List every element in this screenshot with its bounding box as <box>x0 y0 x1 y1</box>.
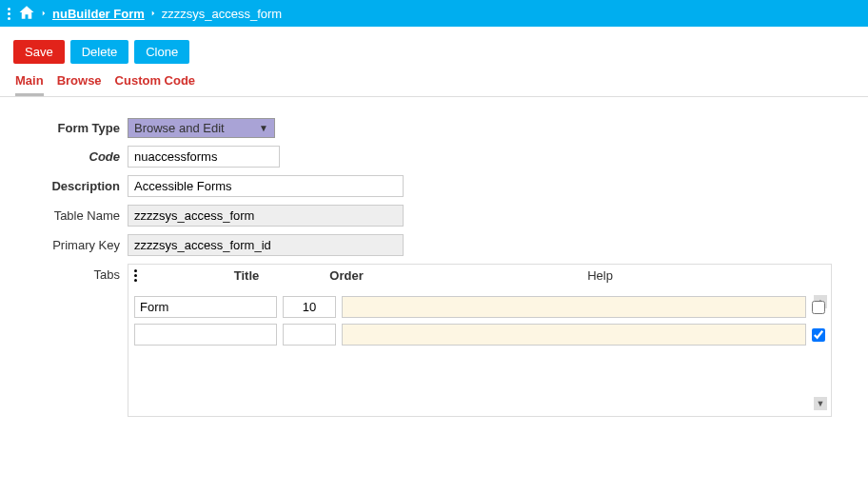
grid-order-input[interactable] <box>283 324 336 346</box>
col-header-order: Order <box>318 268 375 283</box>
tab-custom-code[interactable]: Custom Code <box>115 73 196 96</box>
tab-main[interactable]: Main <box>15 73 44 96</box>
grid-help-input[interactable] <box>342 296 806 318</box>
topbar: nuBuilder Form zzzzsys_access_form <box>0 0 868 27</box>
col-header-help: Help <box>375 268 825 283</box>
label-tabs: Tabs <box>15 264 128 282</box>
toolbar: Save Delete Clone <box>0 27 868 73</box>
grid-title-input[interactable] <box>134 324 277 346</box>
row-description: Description <box>15 175 853 197</box>
tabs-nav: Main Browse Custom Code <box>0 73 868 97</box>
row-code: Code <box>15 146 853 168</box>
form-type-select[interactable]: Browse and Edit ▼ <box>128 118 275 138</box>
tabs-grid-row <box>134 296 825 318</box>
home-icon[interactable] <box>18 4 35 24</box>
label-table-name: Table Name <box>15 208 128 223</box>
breadcrumb-current: zzzzsys_access_form <box>162 7 282 21</box>
form-type-value: Browse and Edit <box>134 121 225 135</box>
caret-down-icon: ▼ <box>259 123 268 133</box>
tabs-grid-panel: Title Order Help ▲ ▼ <box>128 264 832 417</box>
form-area: Form Type Browse and Edit ▼ Code Descrip… <box>0 118 868 417</box>
grid-help-input[interactable] <box>342 324 806 346</box>
clone-button[interactable]: Clone <box>134 40 189 64</box>
primary-key-input[interactable] <box>128 234 404 256</box>
grid-menu-icon[interactable] <box>134 269 137 282</box>
grid-title-input[interactable] <box>134 296 277 318</box>
save-button[interactable]: Save <box>13 40 65 64</box>
tabs-grid-body <box>128 292 831 416</box>
scroll-down-icon[interactable]: ▼ <box>814 397 827 410</box>
code-input[interactable] <box>128 146 280 168</box>
label-primary-key: Primary Key <box>15 238 128 252</box>
tabs-grid-row <box>134 324 825 346</box>
label-code: Code <box>15 149 128 164</box>
row-tabs: Tabs Title Order Help ▲ <box>15 264 853 417</box>
grid-row-checkbox[interactable] <box>812 301 825 314</box>
delete-button[interactable]: Delete <box>70 40 129 64</box>
label-form-type: Form Type <box>15 121 128 135</box>
menu-dots-icon[interactable] <box>8 8 10 20</box>
grid-order-input[interactable] <box>283 296 336 318</box>
col-header-title: Title <box>175 268 318 283</box>
label-description: Description <box>15 179 128 193</box>
description-input[interactable] <box>128 175 404 197</box>
row-form-type: Form Type Browse and Edit ▼ <box>15 118 853 138</box>
chevron-right-icon <box>148 6 158 21</box>
chevron-right-icon <box>39 6 49 21</box>
row-table-name: Table Name <box>15 205 853 227</box>
breadcrumb-link[interactable]: nuBuilder Form <box>52 7 145 21</box>
row-primary-key: Primary Key <box>15 234 853 256</box>
grid-row-checkbox[interactable] <box>812 328 825 342</box>
tabs-grid-header: Title Order Help <box>128 265 831 292</box>
tab-browse[interactable]: Browse <box>57 73 102 96</box>
table-name-input[interactable] <box>128 205 404 227</box>
